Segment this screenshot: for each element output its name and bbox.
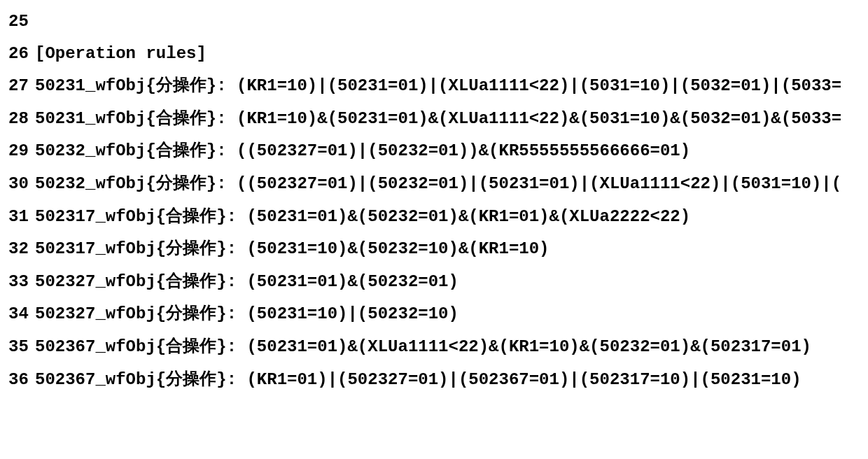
- code-line: 33 502327_wfObj{合操作}: (50231=01)&(50232=…: [8, 265, 860, 298]
- code-line: 27 50231_wfObj{分操作}: (KR1=10)|(50231=01)…: [8, 69, 860, 102]
- code-line: 32 502317_wfObj{分操作}: (50231=10)&(50232=…: [8, 232, 860, 265]
- line-number: 33: [8, 266, 35, 298]
- line-content: 502327_wfObj{分操作}: (50231=10)|(50232=10): [35, 297, 860, 330]
- line-number: 29: [8, 135, 35, 167]
- line-content: 502317_wfObj{分操作}: (50231=10)&(50232=10)…: [35, 232, 860, 265]
- line-number: 34: [8, 298, 35, 330]
- line-content: 50232_wfObj{分操作}: ((502327=01)|(50232=01…: [35, 167, 860, 200]
- line-number: 31: [8, 201, 35, 233]
- line-content: 502317_wfObj{合操作}: (50231=01)&(50232=01)…: [35, 200, 860, 233]
- line-number: 30: [8, 168, 35, 200]
- line-number: 35: [8, 331, 35, 363]
- code-line: 28 50231_wfObj{合操作}: (KR1=10)&(50231=01)…: [8, 102, 860, 135]
- line-number: 36: [8, 364, 35, 396]
- code-line: 29 50232_wfObj{合操作}: ((502327=01)|(50232…: [8, 134, 860, 167]
- line-number: 25: [8, 6, 35, 38]
- line-content: 502327_wfObj{合操作}: (50231=01)&(50232=01): [35, 265, 860, 298]
- line-content: [Operation rules]: [35, 38, 860, 70]
- line-number: 26: [8, 38, 35, 70]
- line-number: 32: [8, 233, 35, 265]
- line-content: 50231_wfObj{分操作}: (KR1=10)|(50231=01)|(X…: [35, 69, 860, 102]
- code-line: 30 50232_wfObj{分操作}: ((502327=01)|(50232…: [8, 167, 860, 200]
- line-content: 502367_wfObj{合操作}: (50231=01)&(XLUa1111<…: [35, 330, 860, 363]
- code-line: 31 502317_wfObj{合操作}: (50231=01)&(50232=…: [8, 200, 860, 233]
- code-line: 34 502327_wfObj{分操作}: (50231=10)|(50232=…: [8, 297, 860, 330]
- line-number: 27: [8, 70, 35, 102]
- code-line: 25: [8, 6, 860, 38]
- code-line: 35 502367_wfObj{合操作}: (50231=01)&(XLUa11…: [8, 330, 860, 363]
- line-content: 50232_wfObj{合操作}: ((502327=01)|(50232=01…: [35, 134, 860, 167]
- line-content: 502367_wfObj{分操作}: (KR1=01)|(502327=01)|…: [35, 363, 860, 396]
- code-line: 26 [Operation rules]: [8, 38, 860, 70]
- line-content: 50231_wfObj{合操作}: (KR1=10)&(50231=01)&(X…: [35, 102, 860, 135]
- code-line: 36 502367_wfObj{分操作}: (KR1=01)|(502327=0…: [8, 363, 860, 396]
- line-number: 28: [8, 103, 35, 135]
